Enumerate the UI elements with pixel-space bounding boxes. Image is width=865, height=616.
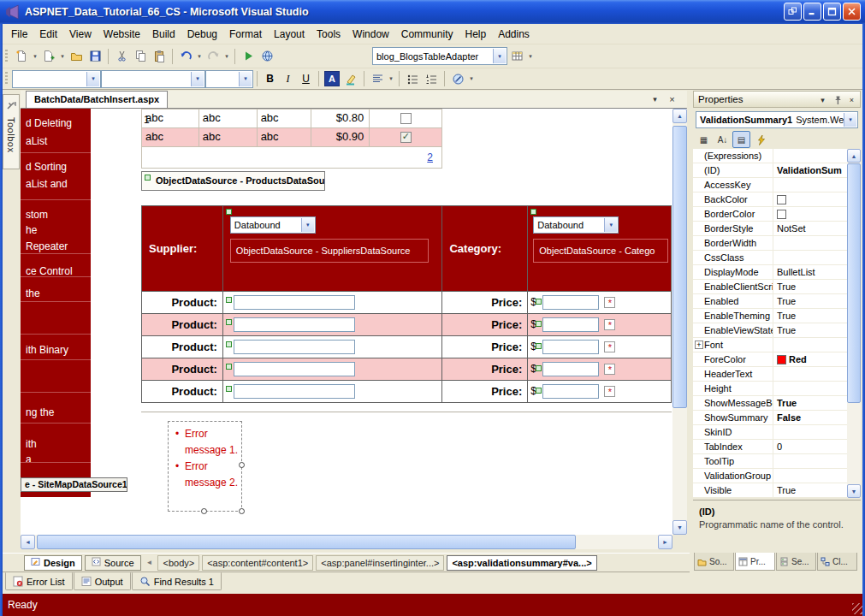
smart-tag-icon[interactable]	[226, 297, 232, 303]
window-position-chevron-icon[interactable]: ▾	[816, 93, 829, 106]
chevron-down-icon[interactable]: ▾	[58, 47, 67, 66]
source-view-button[interactable]: Source	[85, 555, 141, 571]
property-name[interactable]: ValidationGroup	[693, 469, 773, 483]
property-value[interactable]	[773, 338, 847, 352]
property-value[interactable]: True	[773, 323, 847, 337]
property-name[interactable]: EnableTheming	[693, 309, 773, 323]
property-name[interactable]: TabIndex	[693, 440, 773, 453]
smart-tag-icon[interactable]	[536, 365, 542, 371]
redo-button[interactable]	[204, 47, 222, 66]
property-name[interactable]: ShowMessageBo	[693, 396, 773, 410]
font-name-combo[interactable]: ▾	[101, 70, 205, 88]
property-name[interactable]: HeaderText	[693, 367, 773, 381]
scrollbar-thumb[interactable]	[37, 535, 576, 549]
nav-text-fragment[interactable]: a	[26, 453, 32, 465]
validation-summary-control[interactable]: •Errormessage 1.•Errormessage 2.	[168, 421, 242, 512]
tag-item[interactable]: <asp:panel#insertinginter...>	[316, 555, 444, 571]
property-name[interactable]: Height	[693, 382, 773, 395]
nav-text-fragment[interactable]: aList and	[26, 178, 68, 190]
save-button[interactable]	[86, 47, 104, 66]
property-value[interactable]	[773, 382, 847, 395]
property-value[interactable]: True	[773, 483, 847, 497]
row-checkbox[interactable]: ✓	[400, 132, 412, 143]
chevron-down-icon[interactable]: ▾	[493, 49, 506, 63]
nav-text-fragment[interactable]: d Deleting	[26, 117, 72, 129]
expander-icon[interactable]: +	[695, 341, 703, 349]
toolbar-grip[interactable]	[5, 72, 8, 86]
design-view-button[interactable]: Design	[24, 555, 82, 571]
nav-text-fragment[interactable]: Repeater	[26, 240, 68, 252]
pin-icon[interactable]	[831, 93, 844, 106]
alphabetical-button[interactable]: A↓	[714, 131, 732, 148]
price-textbox[interactable]	[542, 295, 599, 310]
validator-icon[interactable]: *	[604, 341, 615, 352]
chevron-down-icon[interactable]: ▾	[191, 72, 204, 86]
row-checkbox[interactable]	[400, 113, 412, 124]
paste-button[interactable]	[150, 47, 169, 66]
price-textbox[interactable]	[542, 340, 599, 354]
validator-icon[interactable]: *	[604, 364, 615, 375]
property-name[interactable]: BackColor	[693, 192, 773, 206]
menu-view[interactable]: View	[63, 26, 98, 43]
property-value[interactable]	[773, 192, 847, 206]
price-textbox[interactable]	[542, 362, 599, 376]
tag-item[interactable]: <body>	[157, 555, 199, 571]
property-value[interactable]: ValidationSum	[773, 163, 847, 177]
nav-text-fragment[interactable]: ng the	[26, 406, 54, 418]
property-value[interactable]: False	[773, 411, 847, 424]
property-value[interactable]: 0	[773, 440, 847, 453]
supplier-dropdown[interactable]: Databound ▾	[230, 216, 316, 234]
nav-text-fragment[interactable]: d Sorting	[26, 161, 67, 173]
property-value[interactable]	[773, 149, 847, 163]
italic-button[interactable]: I	[279, 70, 297, 88]
tag-item[interactable]: <asp:validationsummary#va...>	[447, 555, 596, 571]
property-name[interactable]: EnableClientScri	[693, 280, 773, 293]
copy-button[interactable]	[131, 47, 150, 66]
close-panel-icon[interactable]: ×	[845, 93, 858, 106]
property-name[interactable]: ToolTip	[693, 454, 773, 468]
categorized-button[interactable]: ▦	[695, 131, 713, 148]
scroll-up-icon[interactable]: ▲	[847, 149, 861, 163]
menu-window[interactable]: Window	[347, 26, 395, 43]
category-dropdown[interactable]: Databound ▾	[533, 216, 619, 234]
smart-tag-icon[interactable]	[536, 343, 542, 349]
property-value[interactable]: True	[773, 396, 847, 410]
scroll-up-icon[interactable]: ▲	[672, 109, 687, 123]
property-name[interactable]: DisplayMode	[693, 265, 773, 279]
property-name[interactable]: SkinID	[693, 425, 773, 439]
alignment-button[interactable]	[368, 69, 387, 88]
property-name[interactable]: BorderStyle	[693, 222, 773, 235]
menu-website[interactable]: Website	[98, 26, 146, 43]
property-name[interactable]: ShowSummary	[693, 411, 773, 424]
menu-format[interactable]: Format	[223, 26, 268, 43]
chevron-down-icon[interactable]: ▾	[387, 69, 395, 88]
categories-datasource-control[interactable]: ObjectDataSource - Catego	[533, 239, 668, 263]
smart-tag-icon[interactable]	[226, 319, 232, 325]
tag-scroll-left-icon[interactable]: ◄	[146, 559, 153, 566]
validator-icon[interactable]: *	[604, 297, 615, 308]
chevron-down-icon[interactable]: ▾	[239, 72, 252, 86]
chevron-down-icon[interactable]: ▾	[86, 72, 99, 86]
property-name[interactable]: ForeColor	[693, 352, 773, 366]
suppliers-datasource-control[interactable]: ObjectDataSource - SuppliersDataSource	[230, 239, 429, 263]
property-value[interactable]: True	[773, 309, 847, 323]
smart-tag-icon[interactable]	[145, 175, 151, 181]
bold-button[interactable]: B	[261, 70, 279, 88]
product-textbox[interactable]	[234, 384, 355, 399]
property-value[interactable]	[773, 251, 847, 264]
selection-handle[interactable]	[201, 508, 207, 514]
hyperlink-button[interactable]	[448, 69, 467, 88]
smart-tag-icon[interactable]	[226, 209, 232, 215]
chevron-down-icon[interactable]: ▾	[844, 113, 856, 127]
menu-debug[interactable]: Debug	[181, 26, 223, 43]
browse-button[interactable]	[258, 47, 276, 66]
font-size-combo[interactable]: ▾	[205, 70, 253, 88]
property-name[interactable]: BorderColor	[693, 207, 773, 221]
scroll-down-icon[interactable]: ▼	[672, 520, 687, 535]
menu-build[interactable]: Build	[146, 26, 181, 43]
document-list-chevron-icon[interactable]: ▾	[649, 93, 661, 106]
property-name[interactable]: Visible	[693, 483, 773, 497]
menu-addins[interactable]: Addins	[492, 26, 536, 43]
property-name[interactable]: CssClass	[693, 251, 773, 264]
property-value[interactable]	[773, 236, 847, 250]
